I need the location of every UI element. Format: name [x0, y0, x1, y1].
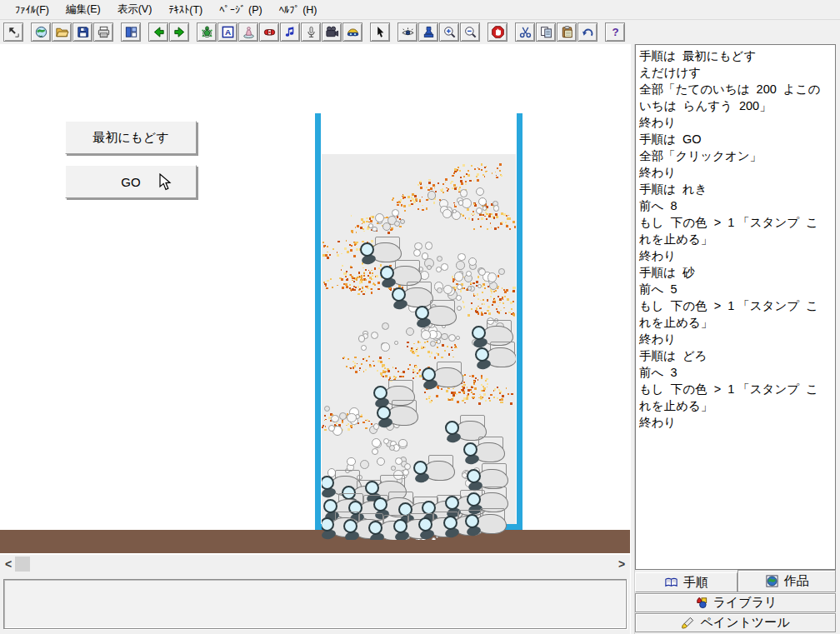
book-icon	[664, 576, 678, 590]
rock-particle	[415, 300, 458, 328]
music-note-button[interactable]	[280, 22, 300, 42]
tab-procedure[interactable]: 手順	[635, 572, 738, 592]
tab-library-label: ライブラリ	[713, 595, 778, 611]
lamp-button[interactable]	[238, 22, 258, 42]
helmet-button[interactable]	[342, 22, 362, 42]
tab-paint-tool[interactable]: ペイントツール	[635, 613, 836, 632]
rock-particle	[475, 342, 516, 370]
code-line: もし 下の色 > 1 「スタンプ こ	[639, 214, 833, 231]
stop-hand-icon	[491, 25, 505, 39]
tab-works-label: 作品	[784, 573, 809, 589]
code-line: もし 下の色 > 1 「スタンプ こ	[639, 297, 833, 314]
open-folder-icon	[55, 25, 69, 39]
sand-particle	[462, 268, 505, 300]
movie-camera-button[interactable]	[322, 22, 342, 42]
arrow-right-button[interactable]	[169, 22, 189, 42]
menu-item-0[interactable]: ﾌｧｲﾙ(F)	[7, 2, 58, 18]
code-line: れを止める」	[639, 231, 833, 247]
tab-library[interactable]: ライブラリ	[635, 593, 836, 612]
microphone-button[interactable]	[301, 22, 321, 42]
globe-icon	[765, 574, 779, 588]
copy-button[interactable]	[536, 22, 556, 42]
music-note-icon	[283, 25, 298, 39]
stamp-icon	[422, 25, 436, 39]
go-button[interactable]: GO	[65, 165, 197, 198]
code-line: れを止める」	[639, 314, 833, 331]
print-icon	[97, 25, 111, 39]
toolbar-group	[398, 22, 480, 42]
scroll-left-icon[interactable]: <	[5, 557, 12, 571]
save-icon	[76, 25, 90, 39]
sand-particle	[457, 185, 500, 217]
menu-item-3[interactable]: ﾃｷｽﾄ(T)	[160, 2, 211, 18]
save-button[interactable]	[72, 22, 92, 42]
help-button[interactable]: ?	[605, 22, 625, 42]
code-line: 終わり	[639, 331, 833, 347]
code-line: 終わり	[639, 414, 833, 431]
toolbar-group	[370, 22, 390, 42]
arrow-left-button[interactable]	[148, 22, 168, 42]
stop-hand-button[interactable]	[488, 22, 508, 42]
menu-item-4[interactable]: ﾍﾟｰｼﾞ (P)	[211, 2, 270, 18]
reset-button[interactable]: 最初にもどす	[65, 121, 197, 154]
globe-doc-icon	[34, 25, 48, 39]
page-layout-icon	[124, 25, 138, 39]
cut-icon	[518, 25, 532, 39]
stamp-button[interactable]	[418, 22, 438, 42]
mud-particle	[462, 298, 515, 317]
help-icon: ?	[608, 25, 622, 39]
undo-button[interactable]	[578, 22, 598, 42]
sand-particle	[363, 203, 407, 235]
code-line: れを止める」	[639, 397, 833, 414]
text-a-button[interactable]: A	[218, 22, 238, 42]
code-line: 終わり	[639, 247, 833, 264]
toolbar-group	[515, 22, 598, 42]
cut-button[interactable]	[515, 22, 535, 42]
drawing-canvas[interactable]: 最初にもどす GO	[0, 44, 630, 555]
open-folder-button[interactable]	[52, 22, 72, 42]
globe-doc-button[interactable]	[31, 22, 51, 42]
toolbar-group	[488, 22, 508, 42]
lamp-icon	[242, 25, 256, 39]
code-line: 手順は GO	[639, 131, 833, 147]
scroll-right-icon[interactable]: >	[618, 557, 625, 571]
svg-text:A: A	[224, 27, 230, 37]
arrow-right-icon	[172, 25, 187, 39]
sand-particle	[323, 405, 367, 437]
mouse-cursor-icon	[159, 173, 172, 191]
zoom-in-button[interactable]	[439, 22, 459, 42]
pill-button-icon	[262, 25, 277, 39]
tab-paint-label: ペイントツール	[700, 615, 789, 631]
tab-works[interactable]: 作品	[738, 570, 836, 592]
menu-item-2[interactable]: 表示(V)	[109, 0, 161, 19]
svg-text:?: ?	[612, 26, 618, 38]
rock-particle	[413, 455, 457, 483]
toolbar-group: ?	[605, 22, 625, 42]
menu-item-1[interactable]: 編集(E)	[58, 0, 109, 19]
command-input-area[interactable]	[3, 579, 627, 629]
horizontal-scrollbar[interactable]: < >	[0, 555, 630, 577]
logowriter-window: ﾌｧｲﾙ(F)編集(E)表示(V)ﾃｷｽﾄ(T)ﾍﾟｰｼﾞ (P)ﾍﾙﾌﾟ (H…	[0, 0, 840, 634]
code-line: 手順は れき	[639, 181, 833, 197]
page-layout-button[interactable]	[121, 22, 141, 42]
corner-arrow-button[interactable]	[3, 22, 23, 42]
procedure-code-panel[interactable]: 手順は 最初にもどすえだけけす全部「たてのいちは 200 よこのいちは らんすう…	[635, 44, 836, 570]
menu-item-5[interactable]: ﾍﾙﾌﾟ (H)	[271, 2, 326, 18]
rock-particle	[465, 508, 508, 537]
pill-button-button[interactable]	[259, 22, 279, 42]
scrollbar-thumb[interactable]	[15, 557, 30, 572]
print-button[interactable]	[93, 22, 113, 42]
turtle-button[interactable]	[197, 22, 217, 42]
zoom-out-button[interactable]	[460, 22, 480, 42]
cursor-button[interactable]	[370, 22, 390, 42]
code-line: 前へ 3	[639, 364, 833, 381]
paste-button[interactable]	[557, 22, 577, 42]
toolbar-group	[3, 22, 23, 42]
code-line: 終わり	[639, 114, 833, 131]
toolbar: A?	[0, 20, 840, 45]
zoom-in-icon	[442, 25, 457, 39]
paintbrush-icon	[681, 616, 695, 630]
code-line: いちは らんすう 200」	[639, 97, 833, 114]
toolbar-group	[148, 22, 189, 42]
eye-button[interactable]	[398, 22, 418, 42]
